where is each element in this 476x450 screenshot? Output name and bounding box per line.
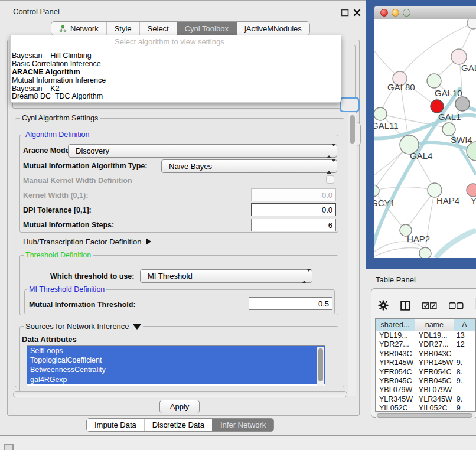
network-node[interactable] xyxy=(455,97,470,111)
which-threshold-value: MI Threshold xyxy=(148,272,193,281)
table-row[interactable]: YIL052CYIL052C9 xyxy=(376,404,475,412)
network-node[interactable] xyxy=(467,19,476,29)
table-row[interactable]: YDR27...YDR27...12 xyxy=(376,340,475,349)
algorithm-option[interactable]: Bayesian – K2 xyxy=(11,85,341,93)
table-column-header[interactable]: name xyxy=(415,319,454,331)
algorithm-definition-title: Algorithm Definition xyxy=(24,131,91,139)
tab-discretize-data[interactable]: Discretize Data xyxy=(144,419,212,431)
network-node-label: HAP2 xyxy=(407,234,430,244)
table-column-header[interactable]: A xyxy=(454,319,475,331)
which-threshold-combo[interactable]: MI Threshold xyxy=(140,269,312,283)
table-row[interactable]: YBR045CYBR045C9. xyxy=(376,377,475,386)
tab-jactivemnodules[interactable]: jActiveMNodules xyxy=(236,22,309,35)
mi-threshold-group-title: MI Threshold Definition xyxy=(27,285,106,294)
table-cell: 8. xyxy=(454,368,475,377)
data-attributes-list[interactable]: SelfLoopsTopologicalCoefficientBetweenne… xyxy=(27,345,325,386)
table-row[interactable]: YBL079WYBL079W xyxy=(376,386,475,394)
table-column-header[interactable]: shared... xyxy=(376,319,415,331)
float-icon[interactable] xyxy=(341,8,349,16)
hidden-focused-button-fragment[interactable] xyxy=(340,97,360,113)
hub-definition-label: Hub/Transcription Factor Definition xyxy=(23,237,141,246)
control-panel-tabbar: Network Style Select Cyni Toolbox jActiv… xyxy=(51,21,310,35)
attribute-list-item[interactable]: TopologicalCoefficient xyxy=(27,356,325,365)
minimize-traffic-icon[interactable] xyxy=(392,9,399,17)
network-node[interactable] xyxy=(419,247,431,258)
table-row[interactable]: YLR345WYLR345W9. xyxy=(376,395,475,404)
attributes-scrollbar-thumb[interactable] xyxy=(318,348,323,381)
apply-button[interactable]: Apply xyxy=(159,400,200,413)
network-node-swi4[interactable] xyxy=(442,123,455,136)
tab-style-label: Style xyxy=(115,24,132,33)
split-columns-icon[interactable] xyxy=(400,301,410,313)
network-node-gal11[interactable] xyxy=(374,107,387,120)
algorithm-option[interactable]: Basic Correlation Inference xyxy=(11,60,341,69)
tab-select[interactable]: Select xyxy=(139,22,177,35)
unchecked-columns-icon[interactable] xyxy=(449,301,464,312)
attributes-scrollbar[interactable] xyxy=(317,347,324,386)
table-cell: YDR27... xyxy=(415,340,454,349)
sources-group-label: Sources for Network Inference xyxy=(25,322,129,331)
table-horizontal-scrollbar[interactable] xyxy=(376,412,475,418)
table-toolbar xyxy=(378,298,476,315)
table-row[interactable]: YDL19...YDL19...13 xyxy=(376,331,475,340)
tab-select-label: Select xyxy=(148,24,169,33)
algorithm-options-list: Bayesian – Hill ClimbingBasic Correlatio… xyxy=(11,52,341,101)
network-node-label: GAL11 xyxy=(374,120,399,131)
mi-type-value: Naive Bayes xyxy=(169,162,212,171)
attribute-list-item[interactable]: BetweennessCentrality xyxy=(27,365,325,374)
attribute-list-item[interactable]: SelfLoops xyxy=(27,346,325,356)
tab-impute-data-label: Impute Data xyxy=(94,420,136,429)
network-node-gal10[interactable] xyxy=(427,74,441,88)
aracne-mode-combo[interactable]: Discovery xyxy=(68,144,337,158)
algorithm-option[interactable]: Mutual Information Inference xyxy=(11,77,341,85)
close-traffic-icon[interactable] xyxy=(380,9,388,17)
network-node-gcy1[interactable] xyxy=(374,185,379,197)
mi-threshold-field[interactable] xyxy=(249,297,332,310)
table-cell xyxy=(454,350,475,358)
tab-infer-network[interactable]: Infer Network xyxy=(212,419,273,431)
aracne-mode-label: Aracne Mode: xyxy=(23,146,72,155)
algorithm-option[interactable]: ARACNE Algorithm xyxy=(11,69,341,77)
zoom-traffic-icon[interactable] xyxy=(403,9,410,17)
tab-style[interactable]: Style xyxy=(106,22,139,35)
table-cell xyxy=(454,386,475,394)
network-canvas[interactable]: GAL7GAL80GAL10GAL1GAL11SWI4GAL4GCY1HAP4Y… xyxy=(374,19,476,258)
cyni-algorithm-settings-title: Cyni Algorithm Settings xyxy=(20,114,100,122)
tab-network[interactable]: Network xyxy=(51,22,106,35)
node-table[interactable]: shared...nameA YDL19...YDL19...13YDR27..… xyxy=(375,318,476,412)
table-cell: YIL052C xyxy=(376,404,415,412)
hub-definition-toggle[interactable]: Hub/Transcription Factor Definition xyxy=(23,237,151,246)
tab-discretize-data-label: Discretize Data xyxy=(152,420,204,429)
table-row[interactable]: YBR043CYBR043C xyxy=(376,350,475,358)
algorithm-option[interactable]: Dream8 DC_TDC Algorithm xyxy=(11,93,341,101)
table-cell: 12 xyxy=(454,340,475,349)
checked-columns-icon[interactable] xyxy=(422,301,437,312)
table-cell: YDR27... xyxy=(376,340,415,349)
mi-type-combo[interactable]: Naive Bayes xyxy=(161,159,337,173)
table-cell: YBR045C xyxy=(415,377,454,386)
network-node-gal1[interactable] xyxy=(431,100,444,113)
gear-icon[interactable] xyxy=(378,300,389,313)
manual-kernel-checkbox[interactable] xyxy=(326,175,334,184)
dpi-tolerance-field[interactable] xyxy=(251,203,336,216)
algorithm-option[interactable]: Bayesian – Hill Climbing xyxy=(11,52,341,60)
sources-group-title[interactable]: Sources for Network Inference xyxy=(24,322,143,331)
horizontal-scrollbar[interactable] xyxy=(13,391,347,397)
kernel-width-field[interactable] xyxy=(251,188,336,201)
close-icon[interactable] xyxy=(353,8,361,16)
network-node-y[interactable] xyxy=(467,184,476,197)
tab-cyni-toolbox[interactable]: Cyni Toolbox xyxy=(177,22,236,35)
network-window-titlebar[interactable] xyxy=(374,6,476,19)
network-glyph-icon xyxy=(59,25,67,32)
table-header-row: shared...nameA xyxy=(376,319,475,331)
attribute-list-item[interactable]: gal4RGexp xyxy=(27,375,325,384)
settings-vertical-scrollbar[interactable] xyxy=(348,113,356,396)
collapsed-panel-icon[interactable] xyxy=(4,444,14,450)
table-row[interactable]: YPR145WYPR145W9. xyxy=(376,358,475,367)
which-threshold-label: Which threshold to use: xyxy=(50,272,134,281)
table-row[interactable]: YER054CYER054C8. xyxy=(376,368,475,377)
mi-steps-field[interactable] xyxy=(251,219,336,231)
tab-impute-data[interactable]: Impute Data xyxy=(87,419,144,431)
settings-scrollbar-thumb[interactable] xyxy=(350,115,355,144)
table-scrollbar-thumb[interactable] xyxy=(377,413,472,418)
